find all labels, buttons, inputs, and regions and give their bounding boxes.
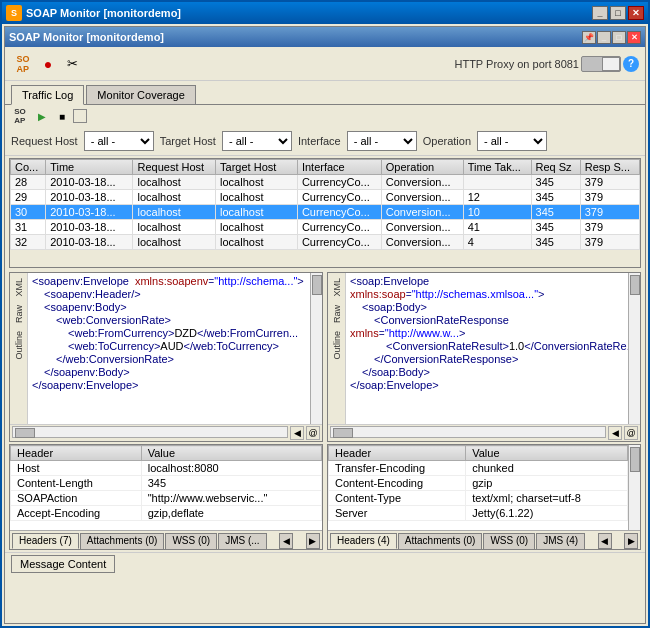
right-header-value: Jetty(6.1.22) bbox=[466, 506, 628, 521]
cell-req-sz: 345 bbox=[531, 220, 580, 235]
inner-title-bar: SOAP Monitor [monitordemo] 📌 _ □ ✕ bbox=[5, 27, 645, 47]
right-raw-tab-btn[interactable]: Raw bbox=[331, 302, 343, 326]
right-header-name: Server bbox=[329, 506, 466, 521]
table-row[interactable]: 28 2010-03-18... localhost localhost Cur… bbox=[11, 175, 640, 190]
inner-pin-button[interactable]: 📌 bbox=[582, 31, 596, 44]
right-xml-scrollbar-thumb bbox=[630, 275, 640, 295]
left-xml-scrollbar[interactable] bbox=[310, 273, 322, 424]
right-tab-jms[interactable]: JMS (4) bbox=[536, 533, 585, 549]
cell-time-taken: 12 bbox=[463, 190, 531, 205]
right-headers-tabs: Headers (4) Attachments (0) WSS (0) JMS … bbox=[328, 530, 640, 549]
right-header-name: Content-Type bbox=[329, 491, 466, 506]
left-tab-prev[interactable]: ◀ bbox=[279, 533, 293, 549]
close-button[interactable]: ✕ bbox=[628, 6, 644, 20]
right-headers-with-scroll: Header Value Transfer-Encoding chunked bbox=[328, 445, 640, 530]
col-id: Co... bbox=[11, 160, 46, 175]
cell-resp-sz: 379 bbox=[580, 205, 639, 220]
interface-select[interactable]: - all - bbox=[347, 131, 417, 151]
sub-btn-stop[interactable]: ■ bbox=[53, 107, 71, 125]
right-headers-body: Transfer-Encoding chunked Content-Encodi… bbox=[329, 461, 628, 521]
xml-tab-btn[interactable]: XML bbox=[13, 275, 25, 300]
table-row[interactable]: 29 2010-03-18... localhost localhost Cur… bbox=[11, 190, 640, 205]
cell-resp-sz: 379 bbox=[580, 235, 639, 250]
outline-tab-btn[interactable]: Outline bbox=[13, 328, 25, 363]
col-time: Time bbox=[46, 160, 133, 175]
right-xml-scrollbar[interactable] bbox=[628, 273, 640, 424]
right-headers-scrollbar[interactable] bbox=[628, 445, 640, 530]
record-button[interactable]: ● bbox=[37, 53, 59, 75]
cell-tgt-host: localhost bbox=[216, 190, 298, 205]
cell-operation: Conversion... bbox=[381, 175, 463, 190]
col-req-host: Request Host bbox=[133, 160, 216, 175]
sub-btn-square[interactable] bbox=[73, 109, 87, 123]
left-tab-headers[interactable]: Headers (7) bbox=[12, 533, 79, 549]
table-row-selected[interactable]: 30 2010-03-18... localhost localhost Cur… bbox=[11, 205, 640, 220]
left-tab-wss[interactable]: WSS (0) bbox=[165, 533, 217, 549]
traffic-table: Co... Time Request Host Target Host Inte… bbox=[9, 158, 641, 268]
filter-bar: Request Host - all - Target Host - all -… bbox=[5, 127, 645, 156]
inner-window-controls: 📌 _ □ ✕ bbox=[582, 31, 641, 44]
scissors-button[interactable]: ✂ bbox=[61, 53, 83, 75]
target-host-label: Target Host bbox=[160, 135, 216, 147]
right-tab-wss[interactable]: WSS (0) bbox=[483, 533, 535, 549]
left-header-row: SOAPAction "http://www.webservic..." bbox=[11, 491, 322, 506]
cell-id: 32 bbox=[11, 235, 46, 250]
table-row[interactable]: 32 2010-03-18... localhost localhost Cur… bbox=[11, 235, 640, 250]
window-title: SOAP Monitor [monitordemo] bbox=[26, 7, 592, 19]
tab-monitor-coverage[interactable]: Monitor Coverage bbox=[86, 85, 195, 104]
interface-label: Interface bbox=[298, 135, 341, 147]
bottom-bar: Message Content bbox=[5, 552, 645, 575]
target-host-select[interactable]: - all - bbox=[222, 131, 292, 151]
cell-interface: CurrencyCo... bbox=[297, 205, 381, 220]
inner-minimize-button[interactable]: _ bbox=[597, 31, 611, 44]
left-tab-attachments[interactable]: Attachments (0) bbox=[80, 533, 165, 549]
right-headers-header-row: Header Value bbox=[329, 446, 628, 461]
message-content-button[interactable]: Message Content bbox=[11, 555, 115, 573]
operation-select[interactable]: - all - bbox=[477, 131, 547, 151]
left-xml-scrollbar-thumb bbox=[312, 275, 322, 295]
proxy-toggle[interactable] bbox=[581, 56, 621, 72]
inner-close-button[interactable]: ✕ bbox=[627, 31, 641, 44]
left-headers-panel: Header Value Host localhost:8080 bbox=[9, 444, 323, 550]
left-tab-jms[interactable]: JMS (... bbox=[218, 533, 266, 549]
right-tab-headers[interactable]: Headers (4) bbox=[330, 533, 397, 549]
help-button[interactable]: ? bbox=[623, 56, 639, 72]
cell-tgt-host: localhost bbox=[216, 205, 298, 220]
right-xml-panel: XML Raw Outline <soap:Envelope xmlns:soa… bbox=[327, 272, 641, 442]
minimize-button[interactable]: _ bbox=[592, 6, 608, 20]
right-panel-btn2[interactable]: @ bbox=[624, 426, 638, 440]
sub-btn-soap[interactable]: SOAP bbox=[9, 107, 31, 125]
right-xml-content: <soap:Envelope xmlns:soap="http://schema… bbox=[346, 273, 628, 424]
cell-interface: CurrencyCo... bbox=[297, 190, 381, 205]
soap-icon-button[interactable]: SOAP bbox=[11, 53, 35, 75]
left-xml-hscrollbar-thumb bbox=[15, 428, 35, 438]
col-interface: Interface bbox=[297, 160, 381, 175]
right-tab-attachments[interactable]: Attachments (0) bbox=[398, 533, 483, 549]
right-outline-tab-btn[interactable]: Outline bbox=[331, 328, 343, 363]
left-panel-btn2[interactable]: @ bbox=[306, 426, 320, 440]
maximize-button[interactable]: □ bbox=[610, 6, 626, 20]
left-xml-panel: XML Raw Outline <soapenv:Envelope xmlns:… bbox=[9, 272, 323, 442]
left-xml-hscrollbar[interactable] bbox=[12, 426, 288, 438]
left-tab-next[interactable]: ▶ bbox=[306, 533, 320, 549]
left-panel-btn1[interactable]: ◀ bbox=[290, 426, 304, 440]
right-xml-tab-btn[interactable]: XML bbox=[331, 275, 343, 300]
tab-traffic-log[interactable]: Traffic Log bbox=[11, 85, 84, 105]
cell-req-host: localhost bbox=[133, 235, 216, 250]
right-panel-btn1[interactable]: ◀ bbox=[608, 426, 622, 440]
right-xml-sidebar: XML Raw Outline bbox=[328, 273, 346, 424]
cell-time-taken: 4 bbox=[463, 235, 531, 250]
right-tab-prev[interactable]: ◀ bbox=[598, 533, 612, 549]
right-header-value: text/xml; charset=utf-8 bbox=[466, 491, 628, 506]
right-xml-hscrollbar[interactable] bbox=[330, 426, 606, 438]
table-row[interactable]: 31 2010-03-18... localhost localhost Cur… bbox=[11, 220, 640, 235]
headers-row: Header Value Host localhost:8080 bbox=[5, 442, 645, 552]
left-header-row: Accept-Encoding gzip,deflate bbox=[11, 506, 322, 521]
raw-tab-btn[interactable]: Raw bbox=[13, 302, 25, 326]
col-operation: Operation bbox=[381, 160, 463, 175]
inner-maximize-button[interactable]: □ bbox=[612, 31, 626, 44]
request-host-select[interactable]: - all - bbox=[84, 131, 154, 151]
left-header-col2: Value bbox=[141, 446, 321, 461]
right-tab-next[interactable]: ▶ bbox=[624, 533, 638, 549]
sub-btn-play[interactable]: ▶ bbox=[33, 107, 51, 125]
